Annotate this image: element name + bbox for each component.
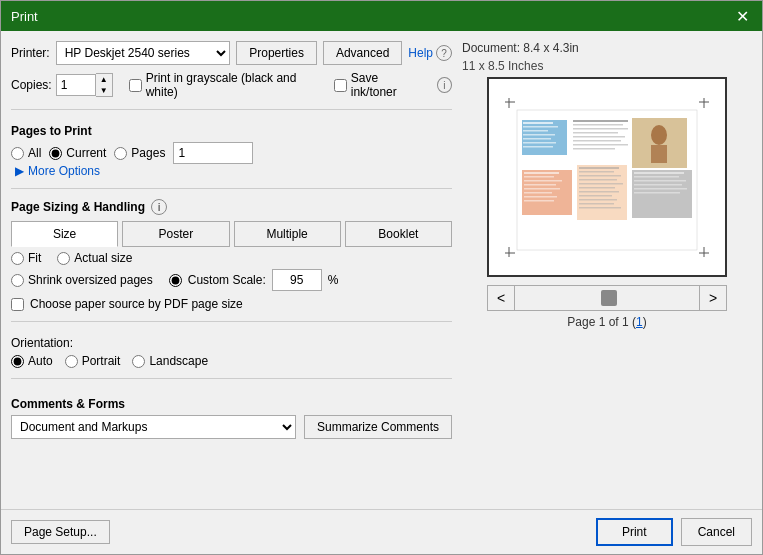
- custom-scale-label[interactable]: Custom Scale: 95 %: [169, 269, 339, 291]
- portrait-radio-label[interactable]: Portrait: [65, 354, 121, 368]
- svg-rect-14: [523, 138, 551, 140]
- current-radio[interactable]: [49, 147, 62, 160]
- preview-inner: [489, 79, 725, 275]
- actual-size-radio[interactable]: [57, 252, 70, 265]
- properties-button[interactable]: Properties: [236, 41, 317, 65]
- save-ink-label[interactable]: Save ink/toner: [334, 71, 421, 99]
- shrink-radio[interactable]: [11, 274, 24, 287]
- page-slider[interactable]: [515, 285, 699, 311]
- more-options[interactable]: ▶ More Options: [11, 164, 452, 178]
- page-label-text: Page 1 of 1 (: [567, 315, 636, 329]
- copies-input[interactable]: 1: [56, 74, 96, 96]
- right-panel: Document: 8.4 x 4.3in 11 x 8.5 Inches: [462, 41, 752, 499]
- all-radio[interactable]: [11, 147, 24, 160]
- svg-rect-10: [523, 122, 553, 124]
- portrait-radio[interactable]: [65, 355, 78, 368]
- close-button[interactable]: ✕: [732, 6, 752, 26]
- poster-tab[interactable]: Poster: [122, 221, 229, 247]
- comments-section: Comments & Forms Document and Markups Su…: [11, 393, 452, 439]
- custom-scale-radio[interactable]: [169, 274, 182, 287]
- svg-rect-55: [634, 192, 680, 194]
- cancel-button[interactable]: Cancel: [681, 518, 752, 546]
- svg-rect-43: [579, 187, 615, 189]
- slider-thumb: [601, 290, 617, 306]
- orientation-section: Orientation: Auto Portrait Landscape: [11, 336, 452, 368]
- page-sizing-section: Page Sizing & Handling i Size Poster Mul…: [11, 199, 452, 311]
- bottom-bar: Page Setup... Print Cancel: [1, 509, 762, 554]
- save-ink-checkbox[interactable]: [334, 79, 347, 92]
- help-icon: ?: [436, 45, 452, 61]
- printer-select[interactable]: HP Deskjet 2540 series: [56, 41, 231, 65]
- svg-rect-18: [573, 124, 623, 126]
- page-label: Page 1 of 1 (1): [567, 315, 646, 329]
- svg-rect-54: [634, 188, 687, 190]
- comments-select[interactable]: Document and Markups: [11, 415, 296, 439]
- chevron-right-icon: ▶: [15, 164, 24, 178]
- sizing-options: Fit Actual size Shrink oversized pages: [11, 251, 452, 311]
- svg-rect-32: [524, 184, 556, 186]
- svg-rect-47: [579, 203, 614, 205]
- svg-rect-20: [573, 132, 618, 134]
- svg-rect-46: [579, 199, 617, 201]
- svg-rect-31: [524, 180, 562, 182]
- divider-4: [11, 378, 452, 379]
- pages-input[interactable]: 1: [173, 142, 253, 164]
- svg-rect-29: [524, 172, 559, 174]
- copies-spinner: ▲ ▼: [96, 73, 113, 97]
- advanced-button[interactable]: Advanced: [323, 41, 402, 65]
- size-tab[interactable]: Size: [11, 221, 118, 247]
- multiple-tab[interactable]: Multiple: [234, 221, 341, 247]
- dialog-title: Print: [11, 9, 38, 24]
- fit-radio-label[interactable]: Fit: [11, 251, 41, 265]
- grayscale-checkbox-label[interactable]: Print in grayscale (black and white): [129, 71, 318, 99]
- print-dialog: Print ✕ Printer: HP Deskjet 2540 series …: [0, 0, 763, 555]
- all-radio-label[interactable]: All: [11, 146, 41, 160]
- svg-rect-12: [523, 130, 548, 132]
- auto-radio-label[interactable]: Auto: [11, 354, 53, 368]
- prev-page-button[interactable]: <: [487, 285, 515, 311]
- shrink-radio-label[interactable]: Shrink oversized pages: [11, 273, 153, 287]
- pages-title: Pages to Print: [11, 124, 452, 138]
- shrink-custom-row: Shrink oversized pages Custom Scale: 95 …: [11, 269, 452, 291]
- copies-down[interactable]: ▼: [96, 85, 112, 96]
- landscape-radio-label[interactable]: Landscape: [132, 354, 208, 368]
- copies-label: Copies:: [11, 78, 52, 92]
- print-button[interactable]: Print: [596, 518, 673, 546]
- help-link[interactable]: Help ?: [408, 45, 452, 61]
- divider-3: [11, 321, 452, 322]
- booklet-tab[interactable]: Booklet: [345, 221, 452, 247]
- bottom-right: Print Cancel: [596, 518, 752, 546]
- doc-info: Document: 8.4 x 4.3in: [462, 41, 579, 55]
- preview-container: [487, 77, 727, 277]
- copies-up[interactable]: ▲: [96, 74, 112, 85]
- page-link[interactable]: 1: [636, 315, 643, 329]
- pages-radio[interactable]: [114, 147, 127, 160]
- fit-radio[interactable]: [11, 252, 24, 265]
- landscape-radio[interactable]: [132, 355, 145, 368]
- actual-size-radio-label[interactable]: Actual size: [57, 251, 132, 265]
- scale-input[interactable]: 95: [272, 269, 322, 291]
- auto-radio[interactable]: [11, 355, 24, 368]
- current-radio-label[interactable]: Current: [49, 146, 106, 160]
- orientation-radio-group: Auto Portrait Landscape: [11, 354, 452, 368]
- svg-rect-53: [634, 184, 682, 186]
- pages-radio-label[interactable]: Pages: [114, 146, 165, 160]
- grayscale-checkbox[interactable]: [129, 79, 142, 92]
- svg-rect-38: [579, 167, 619, 169]
- left-panel: Printer: HP Deskjet 2540 series Properti…: [11, 41, 452, 499]
- svg-rect-24: [573, 148, 615, 150]
- svg-rect-45: [579, 195, 612, 197]
- svg-rect-33: [524, 188, 560, 190]
- svg-rect-17: [573, 120, 628, 122]
- svg-point-26: [651, 125, 667, 145]
- svg-rect-40: [579, 175, 621, 177]
- choose-source-checkbox[interactable]: [11, 298, 24, 311]
- svg-rect-22: [573, 140, 621, 142]
- sizing-tabs: Size Poster Multiple Booklet: [11, 221, 452, 247]
- svg-rect-39: [579, 171, 614, 173]
- summarize-button[interactable]: Summarize Comments: [304, 415, 452, 439]
- page-setup-button[interactable]: Page Setup...: [11, 520, 110, 544]
- save-ink-info-icon: i: [437, 77, 452, 93]
- next-page-button[interactable]: >: [699, 285, 727, 311]
- sizing-info-icon: i: [151, 199, 167, 215]
